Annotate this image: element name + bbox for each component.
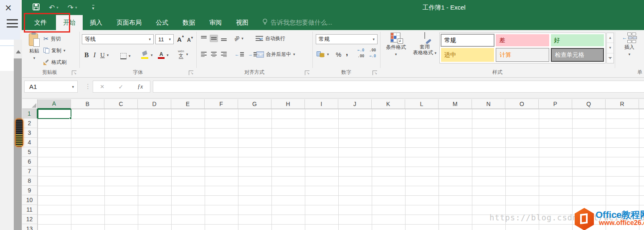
fill-color-button[interactable]: ▾: [141, 50, 153, 60]
tab-视图[interactable]: 视图: [229, 15, 256, 30]
column-header-O[interactable]: O: [505, 99, 539, 109]
tab-公式[interactable]: 公式: [149, 15, 175, 30]
cell-grid[interactable]: [38, 109, 644, 230]
font-color-button[interactable]: A ▾: [158, 50, 169, 60]
phonetic-dropdown-icon[interactable]: ▾: [186, 52, 188, 56]
gallery-up-icon[interactable]: ▲: [607, 33, 614, 43]
column-header-M[interactable]: M: [439, 99, 472, 109]
conditional-formatting-dropdown-icon[interactable]: ▾: [395, 51, 397, 57]
underline-dropdown-icon[interactable]: ▾: [107, 53, 109, 57]
align-center-icon[interactable]: [210, 51, 218, 58]
column-header-L[interactable]: L: [405, 99, 439, 109]
decrease-indent-icon[interactable]: ←: [235, 52, 244, 57]
column-header-Q[interactable]: Q: [572, 99, 606, 109]
undo-button[interactable]: ↶ ▾: [49, 4, 58, 11]
enter-icon[interactable]: ✓: [118, 83, 123, 90]
phonetic-button[interactable]: wén文 ▾: [178, 49, 188, 59]
menu-icon[interactable]: [7, 19, 18, 28]
format-as-table-dropdown-icon[interactable]: ▾: [434, 51, 436, 55]
insert-cells-button[interactable]: ← 插入 ▾: [618, 33, 641, 73]
font-dialog-launcher-icon[interactable]: ↘: [189, 71, 193, 75]
row-header-10[interactable]: 10: [22, 195, 38, 205]
tab-页面布局[interactable]: 页面布局: [109, 15, 149, 30]
column-header-H[interactable]: H: [271, 99, 305, 109]
align-bottom-icon[interactable]: [220, 35, 228, 42]
font-color-dropdown-icon[interactable]: ▾: [167, 53, 169, 57]
orientation-button[interactable]: ab ▾: [234, 33, 243, 43]
align-left-icon[interactable]: [200, 51, 208, 58]
row-header-1[interactable]: 1: [22, 109, 38, 119]
cell-style-差[interactable]: 差: [496, 34, 549, 46]
insert-dropdown-icon[interactable]: ▾: [629, 51, 631, 57]
formula-input[interactable]: [153, 81, 644, 93]
cut-button[interactable]: ✂ 剪切: [43, 34, 61, 44]
percent-style-button[interactable]: %: [336, 49, 341, 59]
accounting-dropdown-icon[interactable]: ▾: [327, 52, 329, 56]
column-header-F[interactable]: F: [205, 99, 238, 109]
column-header-B[interactable]: B: [71, 99, 104, 109]
borders-dropdown-icon[interactable]: ▾: [129, 54, 131, 58]
align-top-icon[interactable]: [200, 35, 208, 42]
column-header-R[interactable]: R: [606, 99, 639, 109]
row-header-2[interactable]: 2: [22, 119, 38, 128]
column-header-N[interactable]: N: [472, 99, 505, 109]
fill-handle[interactable]: [69, 117, 72, 119]
tab-插入[interactable]: 插入: [83, 15, 109, 30]
save-icon[interactable]: [33, 3, 40, 12]
cell-style-适中[interactable]: 适中: [441, 48, 494, 62]
font-name-dropdown-icon[interactable]: ▾: [149, 37, 151, 41]
decrease-decimal-button[interactable]: .00→.0: [369, 48, 376, 58]
number-dialog-launcher-icon[interactable]: ↘: [373, 71, 377, 75]
format-painter-button[interactable]: 格式刷: [43, 57, 66, 67]
cell-style-常规[interactable]: 常规: [441, 34, 494, 46]
redo-button[interactable]: ↷ ▾: [68, 4, 77, 11]
cell-style-检查单元格[interactable]: 检查单元格: [551, 48, 604, 62]
column-header-E[interactable]: E: [171, 99, 205, 109]
column-header-D[interactable]: D: [138, 99, 171, 109]
scroll-up-icon[interactable]: [16, 50, 21, 53]
copy-button[interactable]: 复制 ▾: [43, 45, 66, 56]
clipboard-dialog-launcher-icon[interactable]: ↘: [72, 71, 76, 75]
row-header-11[interactable]: 11: [22, 205, 38, 215]
row-header-9[interactable]: 9: [22, 186, 38, 195]
row-header-8[interactable]: 8: [22, 176, 38, 186]
paste-dropdown-icon[interactable]: ▾: [33, 55, 35, 61]
column-header-I[interactable]: I: [305, 99, 338, 109]
alignment-dialog-launcher-icon[interactable]: ↘: [305, 71, 309, 75]
row-header-6[interactable]: 6: [22, 157, 38, 167]
row-header-7[interactable]: 7: [22, 167, 38, 176]
active-cell-selection[interactable]: [38, 109, 71, 119]
underline-button[interactable]: U: [100, 52, 105, 59]
formula-bar-drag-handle[interactable]: ⋮: [85, 83, 90, 90]
select-all-button[interactable]: [22, 99, 38, 109]
paste-button[interactable]: 粘贴 ▾: [25, 33, 43, 73]
increase-indent-icon[interactable]: →: [248, 52, 257, 57]
font-size-combo[interactable]: 11 ▾: [155, 34, 174, 44]
name-box-dropdown-icon[interactable]: ▾: [72, 85, 74, 89]
format-as-table-button[interactable]: 套用 表格格式 ▾: [411, 33, 439, 73]
column-header-K[interactable]: K: [372, 99, 405, 109]
merge-center-button[interactable]: ←→ 合并后居中 ▾: [256, 49, 295, 59]
number-format-dropdown-icon[interactable]: ▾: [373, 37, 375, 41]
accounting-format-button[interactable]: ▾: [317, 49, 329, 59]
cancel-icon[interactable]: ×: [100, 83, 104, 91]
tab-数据[interactable]: 数据: [175, 15, 202, 30]
close-icon[interactable]: ×: [5, 2, 12, 15]
bold-button[interactable]: B: [84, 51, 89, 59]
row-header-4[interactable]: 4: [22, 138, 38, 147]
column-header-A[interactable]: A: [38, 99, 71, 109]
redo-dropdown-icon[interactable]: ▾: [75, 5, 77, 10]
increase-decimal-button[interactable]: ←.0.00: [357, 48, 364, 58]
tab-审阅[interactable]: 审阅: [202, 15, 229, 30]
row-header-12[interactable]: 12: [22, 215, 38, 224]
orientation-dropdown-icon[interactable]: ▾: [241, 36, 243, 40]
fill-color-dropdown-icon[interactable]: ▾: [151, 53, 153, 57]
copy-dropdown-icon[interactable]: ▾: [63, 48, 66, 53]
column-header-P[interactable]: P: [539, 99, 572, 109]
tell-me-box[interactable]: 告诉我您想要做什么...: [262, 15, 332, 30]
row-header-3[interactable]: 3: [22, 128, 38, 138]
insert-function-icon[interactable]: ƒx: [137, 83, 143, 90]
italic-button[interactable]: I: [94, 51, 96, 59]
comma-style-button[interactable]: ,: [346, 48, 348, 58]
align-right-icon[interactable]: [220, 51, 228, 58]
